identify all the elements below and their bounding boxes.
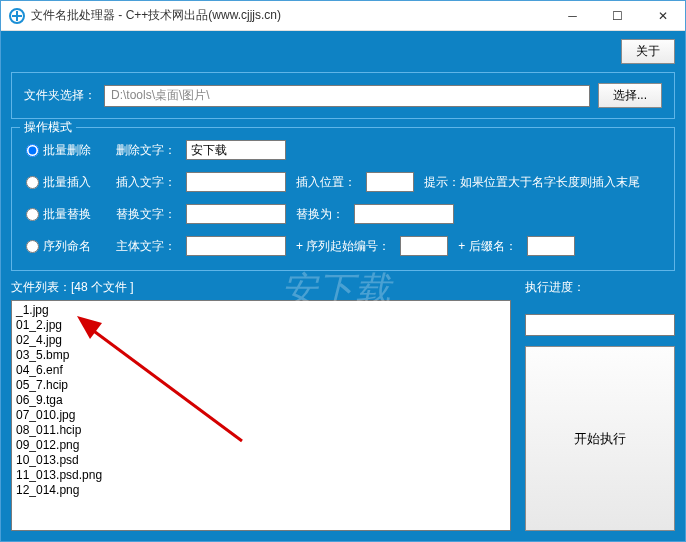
replace-from-input[interactable]: [186, 204, 286, 224]
insert-pos-label: 插入位置：: [296, 174, 356, 191]
seq-body-label: 主体文字：: [116, 238, 176, 255]
insert-text-label: 插入文字：: [116, 174, 176, 191]
seq-start-input[interactable]: [400, 236, 448, 256]
filelist-label: 文件列表：[48 个文件 ]: [11, 279, 511, 296]
titlebar: 文件名批处理器 - C++技术网出品(www.cjjjs.cn) ─ ☐ ✕: [1, 1, 685, 31]
replace-to-input[interactable]: [354, 204, 454, 224]
list-item[interactable]: 04_6.enf: [16, 363, 506, 378]
radio-sequence[interactable]: 序列命名: [26, 238, 106, 255]
seq-suffix-label: + 后缀名：: [458, 238, 516, 255]
list-item[interactable]: 11_013.psd.png: [16, 468, 506, 483]
seq-suffix-input[interactable]: [527, 236, 575, 256]
svg-rect-2: [12, 15, 22, 17]
radio-replace[interactable]: 批量替换: [26, 206, 106, 223]
list-item[interactable]: 06_9.tga: [16, 393, 506, 408]
close-button[interactable]: ✕: [640, 1, 685, 31]
list-item[interactable]: _1.jpg: [16, 303, 506, 318]
progress-label: 执行进度：: [525, 279, 675, 296]
folder-section: 文件夹选择： 选择...: [11, 72, 675, 119]
folder-label: 文件夹选择：: [24, 87, 96, 104]
list-item[interactable]: 05_7.hcip: [16, 378, 506, 393]
mode-legend: 操作模式: [20, 119, 76, 136]
folder-path-input[interactable]: [104, 85, 590, 107]
insert-hint: 提示：如果位置大于名字长度则插入末尾: [424, 174, 640, 191]
window-title: 文件名批处理器 - C++技术网出品(www.cjjjs.cn): [31, 7, 550, 24]
delete-text-label: 删除文字：: [116, 142, 176, 159]
minimize-button[interactable]: ─: [550, 1, 595, 31]
list-item[interactable]: 08_011.hcip: [16, 423, 506, 438]
list-item[interactable]: 01_2.jpg: [16, 318, 506, 333]
list-item[interactable]: 09_012.png: [16, 438, 506, 453]
replace-to-label: 替换为：: [296, 206, 344, 223]
insert-text-input[interactable]: [186, 172, 286, 192]
insert-pos-input[interactable]: [366, 172, 414, 192]
radio-insert[interactable]: 批量插入: [26, 174, 106, 191]
replace-from-label: 替换文字：: [116, 206, 176, 223]
seq-body-input[interactable]: [186, 236, 286, 256]
mode-fieldset: 操作模式 批量删除 删除文字： 批量插入 插入文字： 插入位置： 提示：如果位置…: [11, 127, 675, 271]
list-item[interactable]: 02_4.jpg: [16, 333, 506, 348]
start-button[interactable]: 开始执行: [525, 346, 675, 531]
delete-text-input[interactable]: [186, 140, 286, 160]
list-item[interactable]: 03_5.bmp: [16, 348, 506, 363]
about-button[interactable]: 关于: [621, 39, 675, 64]
progress-box: [525, 314, 675, 336]
app-icon: [9, 8, 25, 24]
seq-start-label: + 序列起始编号：: [296, 238, 390, 255]
list-item[interactable]: 10_013.psd: [16, 453, 506, 468]
list-item[interactable]: 12_014.png: [16, 483, 506, 498]
browse-button[interactable]: 选择...: [598, 83, 662, 108]
maximize-button[interactable]: ☐: [595, 1, 640, 31]
list-item[interactable]: 07_010.jpg: [16, 408, 506, 423]
file-listbox[interactable]: _1.jpg01_2.jpg02_4.jpg03_5.bmp04_6.enf05…: [11, 300, 511, 531]
radio-delete[interactable]: 批量删除: [26, 142, 106, 159]
